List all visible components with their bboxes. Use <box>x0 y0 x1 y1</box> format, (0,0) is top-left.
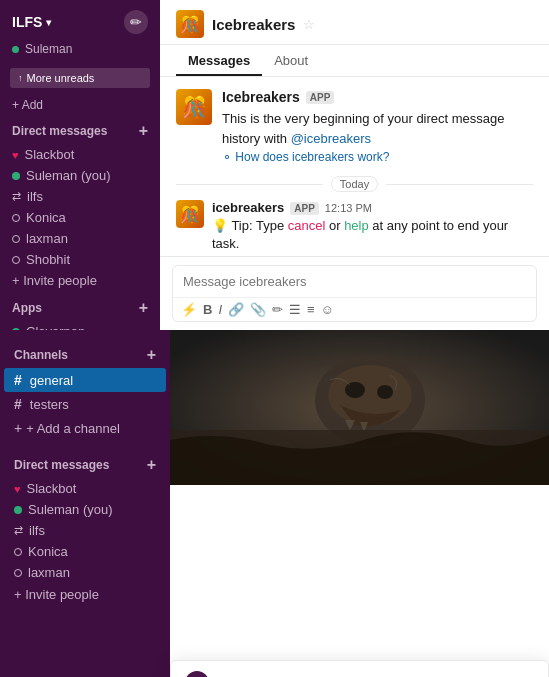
channel-item-general[interactable]: # general <box>4 368 166 392</box>
sidebar-item-slackbot[interactable]: ♥ Slackbot <box>0 144 160 165</box>
bottom-dm-add-icon[interactable]: + <box>147 456 156 474</box>
today-divider: Today <box>176 176 533 192</box>
link-icon[interactable]: 🔗 <box>228 302 244 317</box>
msg-header: icebreakers APP 12:13 PM <box>212 200 533 215</box>
bottom-konica-dot <box>14 548 22 556</box>
bottom-laxman-label: laxman <box>28 565 70 580</box>
bottom-dm-ilfs[interactable]: ⇄ ilfs <box>0 520 170 541</box>
emoji-icon[interactable]: ☺ <box>321 302 334 317</box>
add-channel-button[interactable]: + + Add a channel <box>0 416 170 440</box>
msg-badge: APP <box>290 202 319 215</box>
msg-time: 12:13 PM <box>325 202 372 214</box>
apps-add-icon[interactable]: + <box>139 299 148 317</box>
slackbot-heart-icon: ♥ <box>12 149 19 161</box>
invite-label: + Invite people <box>12 273 97 288</box>
msg-content: icebreakers APP 12:13 PM 💡 Tip: Type can… <box>212 200 533 253</box>
bottom-konica-label: Konica <box>28 544 68 559</box>
dm-section-header[interactable]: Direct messages + <box>0 114 160 144</box>
sidebar-bottom: Channels + # general # testers + + Add a… <box>0 330 170 677</box>
testers-label: testers <box>30 397 69 412</box>
general-hash-icon: # <box>14 372 22 388</box>
dropdown-user-row[interactable]: S Suleman (you) <box>171 661 548 677</box>
sidebar-invite-people[interactable]: + Invite people <box>0 270 160 291</box>
intro-section: 🎊 Icebreakers APP This is the very begin… <box>176 89 533 164</box>
bottom-invite-people[interactable]: + Invite people <box>0 583 170 606</box>
italic-icon[interactable]: I <box>218 302 222 317</box>
attachment-icon[interactable]: 📎 <box>250 302 266 317</box>
slackbot-label: Slackbot <box>25 147 75 162</box>
unreads-button[interactable]: ↑ More unreads <box>10 68 150 88</box>
bottom-ilfs-icon: ⇄ <box>14 524 23 537</box>
dm-section-label: Direct messages <box>12 124 107 138</box>
channel-header: 🎊 Icebreakers ☆ <box>160 0 549 45</box>
main-content-top: 🎊 Icebreakers ☆ Messages About 🎊 Icebrea… <box>160 0 549 330</box>
fossil-image <box>170 330 549 485</box>
sidebar-item-cloverpop[interactable]: Cloverpop <box>0 321 160 330</box>
channels-add-icon[interactable]: + <box>147 346 156 364</box>
add-row[interactable]: + Add <box>0 92 160 114</box>
messages-area: 🎊 Icebreakers APP This is the very begin… <box>160 77 549 256</box>
ordered-list-icon[interactable]: ≡ <box>307 302 315 317</box>
shobhit-label: Shobhit <box>26 252 70 267</box>
bottom-dm-konica[interactable]: Konica <box>0 541 170 562</box>
bottom-slackbot-label: Slackbot <box>27 481 77 496</box>
bold-icon[interactable]: B <box>203 302 212 317</box>
input-toolbar: ⚡ B I 🔗 📎 ✏ ☰ ≡ ☺ <box>173 297 536 321</box>
channel-avatar: 🎊 <box>176 10 204 38</box>
msg-prefix: 💡 Tip: Type <box>212 218 288 233</box>
star-icon[interactable]: ☆ <box>303 17 315 32</box>
konica-label: Konica <box>26 210 66 225</box>
msg-text: 💡 Tip: Type cancel or help at any point … <box>212 217 533 253</box>
message-row: 🎊 icebreakers APP 12:13 PM 💡 Tip: Type c… <box>176 200 533 253</box>
compose-button[interactable]: ✏ <box>124 10 148 34</box>
dropdown-user-avatar: S <box>185 671 209 677</box>
sidebar-item-laxman[interactable]: laxman <box>0 228 160 249</box>
channel-item-testers[interactable]: # testers <box>0 392 170 416</box>
bottom-laxman-dot <box>14 569 22 577</box>
sidebar-item-ilfs[interactable]: ⇄ ilfs <box>0 186 160 207</box>
message-input[interactable] <box>173 266 536 297</box>
mention-dropdown: S Suleman (you) 🎊 icebreakers APP Not in… <box>170 660 549 677</box>
tab-messages[interactable]: Messages <box>176 45 262 76</box>
list-icon[interactable]: ☰ <box>289 302 301 317</box>
bottom-slackbot-heart-icon: ♥ <box>14 483 21 495</box>
ilfs-icon: ⇄ <box>12 190 21 203</box>
help-text: help <box>344 218 369 233</box>
intro-avatar: 🎊 <box>176 89 212 125</box>
sidebar-item-suleman[interactable]: Suleman (you) <box>0 165 160 186</box>
cancel-text: cancel <box>288 218 326 233</box>
channel-tabs: Messages About <box>160 45 549 77</box>
msg-or: or <box>325 218 344 233</box>
sidebar-top: ILFS ▾ ✏ Suleman ↑ More unreads + Add Di… <box>0 0 160 330</box>
app-name-row: Icebreakers APP <box>222 89 533 105</box>
divider-line-right <box>386 184 533 185</box>
bottom-dm-slackbot[interactable]: ♥ Slackbot <box>0 478 170 499</box>
bottom-suleman-dot <box>14 506 22 514</box>
dm-add-icon[interactable]: + <box>139 122 148 140</box>
bottom-dm-section-header[interactable]: Direct messages + <box>0 448 170 478</box>
how-link[interactable]: ⚬ How does icebreakers work? <box>222 150 533 164</box>
arrow-up-icon: ↑ <box>18 73 23 83</box>
bottom-dm-suleman[interactable]: Suleman (you) <box>0 499 170 520</box>
apps-section-label: Apps <box>12 301 42 315</box>
image-preview <box>170 330 549 485</box>
how-link-text: ⚬ How does icebreakers work? <box>222 150 389 164</box>
bottom-dm-laxman[interactable]: laxman <box>0 562 170 583</box>
apps-section-header[interactable]: Apps + <box>0 291 160 321</box>
pencil-icon[interactable]: ✏ <box>272 302 283 317</box>
bottom-invite-label: + Invite people <box>14 587 99 602</box>
sidebar-item-konica[interactable]: Konica <box>0 207 160 228</box>
message-input-box: ⚡ B I 🔗 📎 ✏ ☰ ≡ ☺ <box>172 265 537 322</box>
intro-mention[interactable]: @icebreakers <box>291 131 371 146</box>
channels-section-header[interactable]: Channels + <box>0 338 170 368</box>
tab-about[interactable]: About <box>262 45 320 76</box>
shobhit-status-dot <box>12 256 20 264</box>
workspace-name[interactable]: ILFS ▾ <box>12 14 51 30</box>
intro-content: Icebreakers APP This is the very beginni… <box>222 89 533 164</box>
svg-point-4 <box>377 385 393 399</box>
lightning-icon[interactable]: ⚡ <box>181 302 197 317</box>
channel-title-row: 🎊 Icebreakers ☆ <box>176 10 315 38</box>
add-channel-label: + Add a channel <box>26 421 120 436</box>
sidebar-item-shobhit[interactable]: Shobhit <box>0 249 160 270</box>
intro-text: This is the very beginning of your direc… <box>222 109 533 148</box>
